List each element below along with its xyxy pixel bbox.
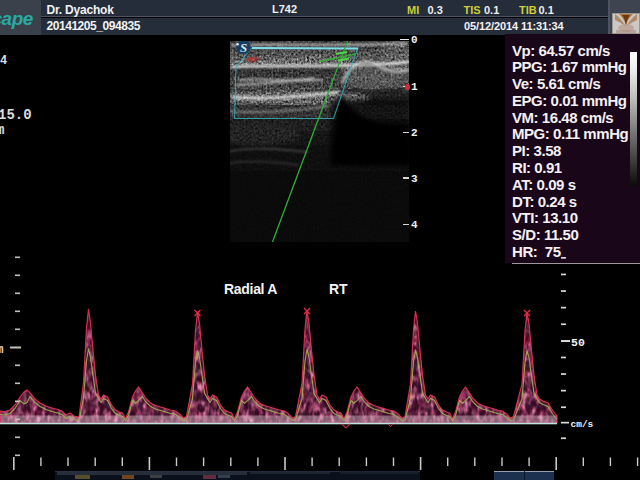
svg-text:50: 50 (571, 336, 585, 349)
svg-text:cm/s: cm/s (571, 419, 594, 430)
svg-text:S: S (240, 41, 247, 55)
